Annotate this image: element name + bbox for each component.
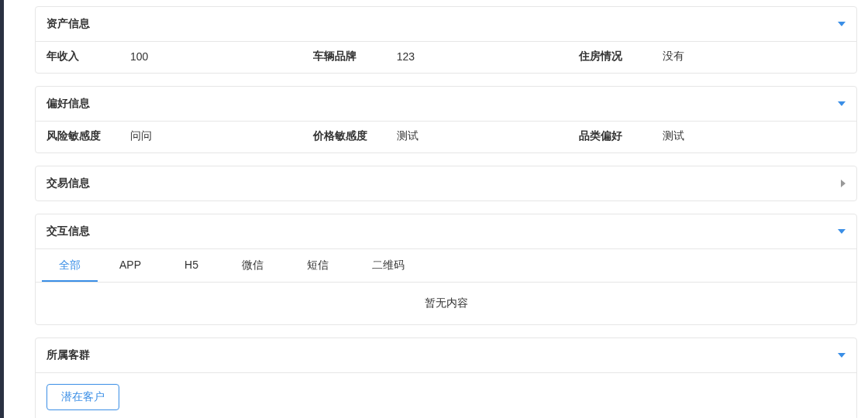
panel-asset-info-title: 资产信息 [46, 17, 90, 31]
asset-vehicle-label: 车辆品牌 [313, 50, 397, 63]
panel-transaction-info-title: 交易信息 [46, 176, 90, 190]
interaction-tabs: 全部 APP H5 微信 短信 二维码 [36, 249, 856, 283]
caret-down-icon [838, 353, 846, 358]
interaction-empty-text: 暂无内容 [36, 283, 856, 324]
tab-sms[interactable]: 短信 [285, 249, 350, 282]
segment-chip-row: 潜在客户 [36, 372, 856, 418]
caret-down-icon [838, 101, 846, 106]
panel-segment-header[interactable]: 所属客群 [36, 338, 856, 372]
panel-preference-info: 偏好信息 风险敏感度 问问 价格敏感度 测试 品类偏好 测试 [35, 86, 857, 153]
preference-risk-field: 风险敏感度 问问 [46, 129, 313, 143]
asset-income-label: 年收入 [46, 50, 130, 63]
left-edge-bar [0, 0, 4, 418]
preference-price-label: 价格敏感度 [313, 129, 397, 143]
caret-down-icon [838, 22, 846, 26]
preference-price-value: 测试 [397, 129, 418, 143]
asset-income-value: 100 [130, 50, 148, 63]
preference-category-label: 品类偏好 [579, 129, 663, 143]
tab-app[interactable]: APP [98, 249, 163, 282]
panel-preference-info-header[interactable]: 偏好信息 [36, 87, 856, 121]
panel-interaction-info-header[interactable]: 交互信息 [36, 214, 856, 248]
asset-vehicle-value: 123 [397, 50, 415, 63]
panel-asset-info-header[interactable]: 资产信息 [36, 7, 856, 41]
panel-interaction-info-title: 交互信息 [46, 224, 90, 238]
tab-h5[interactable]: H5 [163, 249, 220, 282]
preference-category-field: 品类偏好 测试 [579, 129, 846, 143]
tab-wechat[interactable]: 微信 [220, 249, 285, 282]
asset-housing-label: 住房情况 [579, 50, 663, 63]
tab-qrcode[interactable]: 二维码 [350, 249, 426, 282]
panel-transaction-info-header[interactable]: 交易信息 [36, 166, 856, 200]
panel-preference-info-title: 偏好信息 [46, 97, 90, 111]
caret-right-icon [841, 180, 846, 187]
caret-down-icon [838, 229, 846, 234]
preference-price-field: 价格敏感度 测试 [313, 129, 580, 143]
preference-risk-label: 风险敏感度 [46, 129, 130, 143]
asset-housing-value: 没有 [663, 50, 684, 63]
panel-segment: 所属客群 潜在客户 [35, 337, 857, 418]
segment-chip-prospect[interactable]: 潜在客户 [46, 384, 119, 410]
panel-transaction-info: 交易信息 [35, 166, 857, 201]
asset-housing-field: 住房情况 没有 [579, 50, 846, 63]
panel-segment-title: 所属客群 [46, 348, 90, 362]
preference-info-row: 风险敏感度 问问 价格敏感度 测试 品类偏好 测试 [36, 121, 856, 152]
tab-all[interactable]: 全部 [42, 249, 98, 282]
panel-asset-info: 资产信息 年收入 100 车辆品牌 123 住房情况 没有 [35, 6, 857, 74]
asset-income-field: 年收入 100 [46, 50, 313, 63]
asset-info-row: 年收入 100 车辆品牌 123 住房情况 没有 [36, 41, 856, 73]
asset-vehicle-field: 车辆品牌 123 [313, 50, 580, 63]
preference-category-value: 测试 [663, 129, 684, 143]
preference-risk-value: 问问 [130, 129, 152, 143]
panel-interaction-info: 交互信息 全部 APP H5 微信 短信 二维码 暂无内容 [35, 214, 857, 325]
